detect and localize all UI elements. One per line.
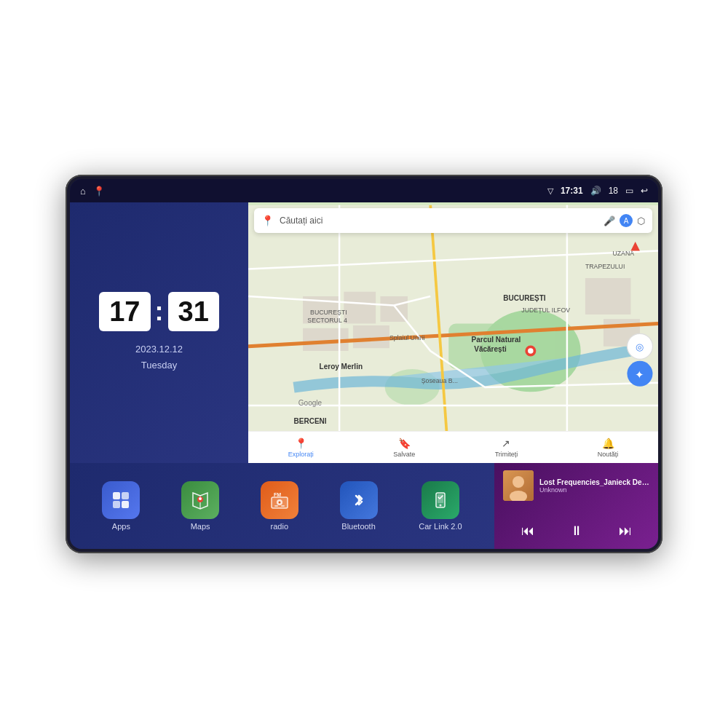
clock-hour: 17 [99, 292, 150, 331]
map-panel[interactable]: 📍 Căutați aici 🎤 A ⬡ [248, 202, 658, 463]
maps-icon [181, 481, 219, 519]
volume-level: 18 [609, 186, 618, 196]
svg-rect-34 [122, 501, 129, 508]
account-icon[interactable]: A [620, 214, 633, 227]
saved-icon: 🔖 [398, 438, 411, 449]
svg-rect-31 [113, 492, 120, 499]
svg-rect-8 [353, 325, 389, 348]
clock-colon: : [155, 298, 164, 325]
app-item-apps[interactable]: Apps [102, 481, 140, 531]
svg-text:Leroy Merlin: Leroy Merlin [320, 363, 363, 371]
svg-text:◎: ◎ [636, 342, 644, 352]
map-search-actions: 🎤 A ⬡ [604, 214, 645, 227]
status-bar: ⌂ 📍 ▽ 17:31 🔊 18 ▭ ↩ [70, 179, 658, 202]
volume-icon: 🔊 [590, 186, 601, 196]
svg-point-25 [528, 348, 534, 354]
main-content: 17 : 31 2023.12.12 Tuesday 📍 Căutați aic… [70, 202, 658, 549]
map-nav-explore-label: Explorați [288, 451, 314, 458]
svg-text:JUDEȚUL ILFOV: JUDEȚUL ILFOV [521, 306, 570, 314]
map-marker-icon: 📍 [261, 215, 274, 226]
svg-text:BUCUREȘTI: BUCUREȘTI [310, 309, 347, 316]
play-pause-button[interactable]: ⏸ [564, 521, 589, 542]
back-icon[interactable]: ↩ [641, 186, 648, 196]
music-metadata: Lost Frequencies_Janieck Devy-... Unknow… [539, 478, 649, 494]
carlink-label: Car Link 2.0 [419, 522, 462, 531]
app-item-radio[interactable]: FM radio [261, 481, 298, 531]
top-row: 17 : 31 2023.12.12 Tuesday 📍 Căutați aic… [70, 202, 658, 463]
layers-icon[interactable]: ⬡ [637, 215, 645, 226]
status-right-info: ▽ 17:31 🔊 18 ▭ ↩ [547, 186, 648, 196]
clock-panel: 17 : 31 2023.12.12 Tuesday [70, 202, 248, 463]
carlink-icon [422, 481, 459, 519]
svg-text:FM: FM [274, 492, 281, 497]
status-time: 17:31 [561, 186, 583, 196]
music-info: Lost Frequencies_Janieck Devy-... Unknow… [503, 470, 649, 501]
map-nav-news-label: Noutăți [598, 451, 619, 458]
app-item-bluetooth[interactable]: Bluetooth [340, 481, 378, 531]
apps-bar: Apps Maps [70, 463, 494, 549]
svg-rect-33 [113, 501, 120, 508]
bluetooth-icon [340, 481, 378, 519]
map-nav-saved-label: Salvate [393, 451, 415, 458]
svg-text:TRAPEZULUI: TRAPEZULUI [585, 263, 625, 270]
map-search-bar[interactable]: 📍 Căutați aici 🎤 A ⬡ [254, 208, 652, 233]
map-nav-saved[interactable]: 🔖 Salvate [393, 438, 415, 458]
app-item-maps[interactable]: Maps [181, 481, 219, 531]
map-search-placeholder: Căutați aici [280, 215, 598, 226]
radio-label: radio [271, 522, 288, 531]
svg-rect-43 [274, 505, 278, 507]
clock-display: 17 : 31 [99, 292, 219, 331]
bottom-row: Apps Maps [70, 463, 658, 549]
status-left-icons: ⌂ 📍 [80, 186, 105, 197]
bluetooth-label: Bluetooth [341, 522, 375, 531]
map-nav-news[interactable]: 🔔 Noutăți [598, 438, 619, 458]
apps-label: Apps [112, 522, 130, 531]
svg-rect-9 [585, 278, 631, 314]
svg-text:BERCENI: BERCENI [294, 417, 327, 425]
svg-text:Parcul Natural: Parcul Natural [472, 336, 521, 344]
music-player: Lost Frequencies_Janieck Devy-... Unknow… [494, 463, 658, 549]
svg-rect-5 [344, 292, 376, 324]
svg-text:Splaiul Unirii: Splaiul Unirii [389, 334, 425, 341]
music-artist: Unknown [539, 486, 649, 494]
microphone-icon[interactable]: 🎤 [604, 215, 615, 226]
svg-text:✦: ✦ [635, 368, 644, 381]
map-nav-share[interactable]: ↗ Trimiteți [495, 438, 518, 458]
svg-point-38 [199, 497, 202, 500]
home-icon[interactable]: ⌂ [80, 186, 86, 197]
news-icon: 🔔 [602, 438, 614, 449]
prev-button[interactable]: ⏮ [515, 521, 540, 542]
music-controls: ⏮ ⏸ ⏭ [503, 521, 649, 542]
svg-text:BUCUREȘTI: BUCUREȘTI [503, 294, 546, 302]
svg-text:Văcărești: Văcărești [474, 345, 507, 353]
map-svg: Parcul Natural Văcărești Leroy Merlin BU… [248, 202, 658, 463]
app-item-carlink[interactable]: Car Link 2.0 [419, 481, 462, 531]
apps-icon [102, 481, 140, 519]
clock-date: 2023.12.12 Tuesday [135, 341, 183, 373]
map-bottom-bar: 📍 Explorați 🔖 Salvate ↗ Trimiteți 🔔 [248, 431, 658, 463]
svg-point-47 [439, 505, 441, 507]
explore-icon: 📍 [295, 438, 307, 449]
svg-point-50 [513, 476, 524, 488]
map-nav-share-label: Trimiteți [495, 451, 518, 458]
signal-icon: ▽ [547, 186, 553, 196]
svg-rect-32 [122, 492, 129, 499]
svg-rect-44 [281, 505, 285, 507]
map-background: Parcul Natural Văcărești Leroy Merlin BU… [248, 202, 658, 463]
svg-text:Șoseaua B...: Șoseaua B... [422, 377, 458, 384]
device-screen: ⌂ 📍 ▽ 17:31 🔊 18 ▭ ↩ 17 : [70, 179, 658, 549]
device-frame: ⌂ 📍 ▽ 17:31 🔊 18 ▭ ↩ 17 : [66, 175, 662, 553]
clock-minute: 31 [168, 292, 219, 331]
music-title: Lost Frequencies_Janieck Devy-... [539, 478, 649, 486]
map-nav-explore[interactable]: 📍 Explorați [288, 438, 314, 458]
svg-text:SECTORUL 4: SECTORUL 4 [307, 317, 347, 324]
share-icon: ↗ [502, 438, 510, 449]
radio-icon: FM [261, 481, 298, 519]
maps-label: Maps [191, 522, 210, 531]
battery-icon: ▭ [625, 186, 633, 196]
svg-text:Google: Google [298, 399, 323, 407]
location-icon[interactable]: 📍 [93, 186, 105, 197]
next-button[interactable]: ⏭ [613, 521, 638, 542]
music-thumbnail [503, 470, 534, 501]
svg-point-42 [278, 502, 280, 504]
